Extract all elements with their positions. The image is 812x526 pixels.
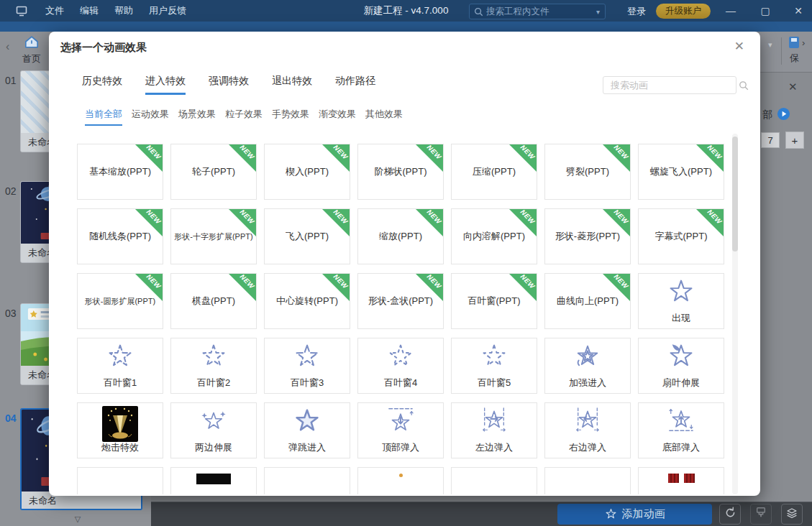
panel-close-icon[interactable]: ✕	[788, 80, 798, 93]
tab-3[interactable]: 强调特效	[209, 75, 249, 95]
effect-card[interactable]	[544, 467, 631, 494]
star-slide-right-icon	[545, 406, 630, 433]
subtab-5[interactable]: 手势效果	[272, 108, 309, 126]
maximize-icon[interactable]: ▢	[755, 2, 775, 19]
effect-card[interactable]	[77, 467, 163, 494]
effect-card[interactable]: 扇叶伸展	[638, 338, 724, 394]
subtab-3[interactable]: 场景效果	[178, 108, 216, 126]
effect-card[interactable]: 两边伸展	[170, 402, 257, 458]
effect-card[interactable]: 底部弹入	[638, 402, 724, 458]
scrollbar-thumb[interactable]	[732, 137, 738, 252]
refresh-button[interactable]	[719, 504, 741, 525]
effect-card[interactable]: 百叶窗(PPT)NEW	[451, 273, 537, 329]
effect-card[interactable]: 百叶窗4	[357, 338, 444, 394]
effect-card[interactable]: 顶部弹入	[357, 402, 444, 458]
effect-card[interactable]: 出现	[638, 273, 724, 329]
effect-card[interactable]: 随机线条(PPT)NEW	[77, 208, 163, 264]
dialog-close-icon[interactable]: ✕	[734, 39, 744, 54]
effect-grid: 基本缩放(PPT)NEW轮子(PPT)NEW楔入(PPT)NEW阶梯状(PPT)…	[77, 134, 733, 494]
effect-label: 右边弹入	[545, 441, 630, 454]
effect-card[interactable]: 炮击特效	[77, 402, 163, 458]
effect-card[interactable]: 字幕式(PPT)NEW	[638, 208, 724, 264]
effect-card[interactable]: 螺旋飞入(PPT)NEW	[638, 144, 724, 200]
subtab-2[interactable]: 运动效果	[132, 108, 169, 126]
effect-card[interactable]: 百叶窗1	[77, 338, 163, 394]
effect-card[interactable]	[170, 467, 257, 494]
back-icon[interactable]: ‹	[6, 40, 9, 53]
new-badge: NEW	[416, 144, 443, 172]
tab-4[interactable]: 退出特效	[272, 75, 312, 95]
effect-label: 底部弹入	[639, 441, 724, 454]
login-button[interactable]: 登录	[627, 5, 646, 18]
effect-card[interactable]: 曲线向上(PPT)NEW	[544, 273, 631, 329]
new-badge: NEW	[603, 209, 630, 236]
effect-label: 顶部弹入	[358, 441, 443, 454]
titlebar: 文件编辑帮助用户反馈 新建工程 - v4.7.000 搜索工程内文件 ▾ 登录 …	[0, 0, 812, 22]
effect-card[interactable]: 压缩(PPT)NEW	[451, 144, 537, 200]
effect-card[interactable]: 形状-菱形(PPT)NEW	[544, 208, 631, 264]
effect-card[interactable]: 右边弹入	[544, 402, 631, 458]
subtab-7[interactable]: 其他效果	[365, 108, 403, 126]
effect-label: 弹跳进入	[265, 441, 350, 454]
chevron-down-icon[interactable]: ▾	[768, 40, 772, 50]
new-badge-label: NEW	[332, 208, 350, 226]
effect-card[interactable]: 阶梯状(PPT)NEW	[357, 144, 444, 200]
upgrade-account-button[interactable]: 升级账户	[656, 4, 711, 19]
effect-card[interactable]: 棋盘(PPT)NEW	[170, 273, 257, 329]
effect-card[interactable]: 形状-圆形扩展(PPT)NEW	[77, 273, 163, 329]
chevron-down-icon[interactable]: ▾	[596, 8, 600, 16]
effect-card[interactable]: 弹跳进入	[264, 402, 350, 458]
layers-button[interactable]	[781, 504, 803, 525]
close-window-icon[interactable]: ✕	[788, 2, 808, 19]
effect-card[interactable]: 百叶窗3	[264, 338, 350, 394]
effect-card[interactable]: 百叶窗5	[451, 338, 537, 394]
black-icon	[171, 471, 256, 484]
add-animation-button[interactable]: 添加动画	[557, 504, 712, 525]
new-badge: NEW	[135, 144, 163, 172]
menubar-item[interactable]: 帮助	[106, 4, 141, 17]
home-button[interactable]: 首页	[19, 34, 45, 65]
animation-search[interactable]	[603, 76, 736, 94]
effect-card[interactable]: 向内溶解(PPT)NEW	[451, 208, 537, 264]
effect-card[interactable]: 形状-盒状(PPT)NEW	[357, 273, 444, 329]
effect-card[interactable]: 形状-十字形扩展(PPT)NEW	[170, 208, 257, 264]
effect-card[interactable]: 加强进入	[544, 338, 631, 394]
effect-card[interactable]: 劈裂(PPT)NEW	[544, 144, 631, 200]
tab-2[interactable]: 进入特效	[145, 75, 186, 95]
menubar-item[interactable]: 编辑	[72, 4, 106, 17]
add-frame-button[interactable]: +	[785, 132, 804, 149]
tab-1[interactable]: 历史特效	[82, 75, 122, 95]
effect-card[interactable]: 基本缩放(PPT)NEW	[77, 144, 163, 200]
effect-card[interactable]: 百叶窗2	[170, 338, 257, 394]
tab-5[interactable]: 动作路径	[335, 75, 375, 95]
minimize-icon[interactable]: —	[721, 2, 741, 19]
project-search-input[interactable]: 搜索工程内文件 ▾	[469, 4, 606, 19]
save-button[interactable]: ›	[788, 36, 805, 52]
new-badge-label: NEW	[519, 144, 537, 161]
effect-card[interactable]: 中心旋转(PPT)NEW	[264, 273, 350, 329]
menubar-item[interactable]: 用户反馈	[141, 4, 194, 17]
play-icon[interactable]	[777, 107, 790, 124]
effect-card[interactable]: 轮子(PPT)NEW	[170, 144, 257, 200]
subtab-1[interactable]: 当前全部	[85, 108, 122, 126]
effect-card[interactable]	[451, 467, 537, 494]
effect-card[interactable]: 左边弹入	[451, 402, 537, 458]
animation-search-input[interactable]	[609, 79, 739, 91]
scroll-down-icon[interactable]: ▽	[69, 515, 86, 524]
effect-card[interactable]: 缩放(PPT)NEW	[357, 208, 444, 264]
layers-icon	[785, 507, 798, 522]
effect-card[interactable]	[264, 467, 350, 494]
effect-label: 两边伸展	[171, 441, 256, 454]
effect-card[interactable]: 楔入(PPT)NEW	[264, 144, 350, 200]
subtab-4[interactable]: 粒子效果	[225, 108, 263, 126]
brush-button[interactable]	[750, 504, 772, 525]
menubar-item[interactable]: 文件	[37, 4, 72, 17]
brush-icon	[755, 507, 767, 522]
effect-card[interactable]	[638, 467, 724, 494]
effect-card[interactable]	[357, 467, 444, 494]
frame-count-field[interactable]: 7	[761, 132, 780, 148]
effect-card[interactable]: 飞入(PPT)NEW	[264, 208, 350, 264]
magnifier-icon	[739, 80, 749, 91]
subtab-6[interactable]: 渐变效果	[319, 108, 356, 126]
new-badge-label: NEW	[145, 273, 163, 290]
